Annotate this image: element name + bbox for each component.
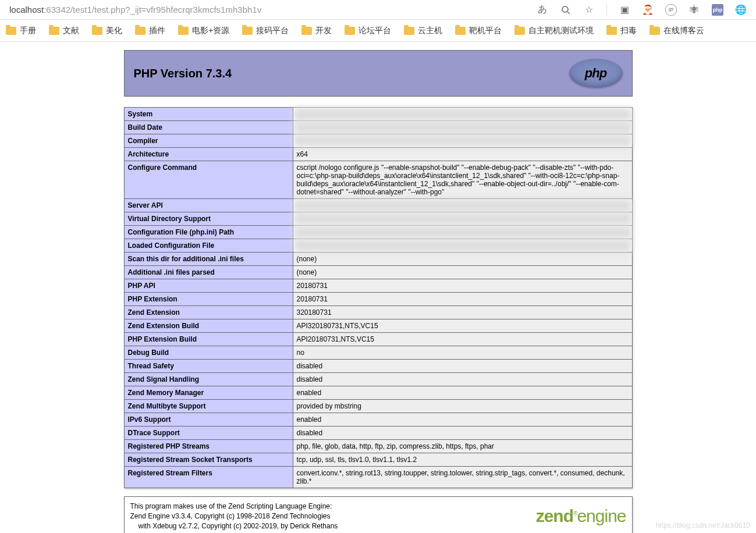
table-row: PHP API20180731 <box>124 279 632 293</box>
php-icon[interactable]: php <box>712 4 723 16</box>
address-row: localhost:63342/test1/test.php?_ijt=vfr9… <box>0 0 756 20</box>
info-value: disabled <box>293 360 632 373</box>
table-row: DTrace Supportdisabled <box>124 427 632 440</box>
info-key: Registered PHP Streams <box>124 440 293 453</box>
php-logo[interactable]: php <box>569 59 623 88</box>
info-key: Configuration File (php.ini) Path <box>124 226 293 239</box>
zend-logo[interactable]: zend®engine <box>536 506 626 526</box>
table-row: Thread Safetydisabled <box>124 360 632 373</box>
info-value: redacted content redacted content <box>293 199 632 212</box>
bookmark-item[interactable]: 扫毒 <box>606 26 637 36</box>
zend-line1: This program makes use of the Zend Scrip… <box>130 502 332 510</box>
info-key: IPv6 Support <box>124 413 293 427</box>
table-row: Scan this dir for additional .ini files(… <box>124 253 632 266</box>
folder-icon <box>455 27 466 35</box>
info-key: Build Date <box>124 121 293 134</box>
watermark: https://blog.csdn.net/Jack0610 <box>656 521 750 530</box>
url-path: :63342/test1/test.php?_ijt=vfr95hfecrqr3… <box>44 5 261 15</box>
info-value: x64 <box>293 148 632 161</box>
table-row: PHP Extension BuildAPI20180731,NTS,VC15 <box>124 333 632 346</box>
info-value: 20180731 <box>293 279 632 293</box>
globe-icon[interactable]: 🌐 <box>735 4 747 16</box>
url-host: localhost <box>9 5 44 15</box>
info-key: Loaded Configuration File <box>124 239 293 253</box>
info-value: redacted content redacted content <box>293 212 632 226</box>
bookmark-label: 扫毒 <box>620 26 637 36</box>
table-row: Additional .ini files parsed(none) <box>124 266 632 279</box>
info-key: Registered Stream Socket Transports <box>124 453 293 467</box>
info-value: tcp, udp, ssl, tls, tlsv1.0, tlsv1.1, tl… <box>293 453 632 467</box>
search-icon[interactable] <box>560 4 572 16</box>
info-key: Zend Memory Manager <box>124 386 293 400</box>
table-row: Build Dateredacted content redacted cont… <box>124 121 632 134</box>
table-row: Zend Extension320180731 <box>124 306 632 319</box>
bookmark-item[interactable]: 论坛平台 <box>345 26 391 36</box>
ip-icon[interactable]: IP <box>665 4 677 16</box>
info-value: redacted content redacted content <box>293 121 632 134</box>
bookmark-label: 云主机 <box>418 26 442 36</box>
table-row: Configure Commandcscript /nologo configu… <box>124 161 632 199</box>
table-row: Registered Stream Filtersconvert.iconv.*… <box>124 467 632 488</box>
table-row: Architecturex64 <box>124 148 632 161</box>
bookmark-item[interactable]: 文献 <box>49 26 79 36</box>
info-value: redacted content redacted content <box>293 108 632 121</box>
table-row: Virtual Directory Supportredacted conten… <box>124 212 632 226</box>
phpinfo-header: PHP Version 7.3.4 php <box>124 50 633 97</box>
bookmark-label: 在线博客云 <box>663 26 704 36</box>
info-key: Server API <box>124 199 293 212</box>
folder-icon <box>242 27 253 35</box>
address-bar[interactable]: localhost:63342/test1/test.php?_ijt=vfr9… <box>5 2 537 17</box>
info-key: DTrace Support <box>124 427 293 440</box>
star-icon[interactable]: ☆ <box>583 4 595 16</box>
folder-icon <box>345 27 355 35</box>
folder-icon <box>92 27 102 35</box>
table-row: Systemredacted content redacted content <box>124 108 632 121</box>
table-row: Registered Stream Socket Transportstcp, … <box>124 453 632 467</box>
spider-icon[interactable]: 🕷 <box>688 4 700 16</box>
info-value: enabled <box>293 386 632 400</box>
info-value: convert.iconv.*, string.rot13, string.to… <box>293 467 632 488</box>
separator <box>606 4 607 16</box>
table-row: IPv6 Supportenabled <box>124 413 632 427</box>
table-row: Zend Signal Handlingdisabled <box>124 373 632 386</box>
bookmark-item[interactable]: 靶机平台 <box>455 26 502 36</box>
folder-icon <box>514 27 525 35</box>
bookmark-item[interactable]: 接码平台 <box>242 26 289 36</box>
bookmark-item[interactable]: 在线博客云 <box>649 26 704 36</box>
folder-icon <box>404 27 414 35</box>
zend-line3: with Xdebug v2.7.2, Copyright (c) 2002-2… <box>130 521 338 531</box>
table-row: PHP Extension20180731 <box>124 293 632 306</box>
info-value: redacted content redacted content <box>293 226 632 239</box>
info-value: disabled <box>293 373 632 386</box>
translate-icon[interactable]: あ <box>537 4 548 16</box>
bookmark-item[interactable]: 插件 <box>135 26 165 36</box>
extension-icon-1[interactable]: ▣ <box>619 4 630 16</box>
bookmark-item[interactable]: 手册 <box>6 26 36 36</box>
bookmark-label: 靶机平台 <box>469 26 502 36</box>
info-value: 20180731 <box>293 293 632 306</box>
info-value: (none) <box>293 266 632 279</box>
info-key: Virtual Directory Support <box>124 212 293 226</box>
bookmark-label: 接码平台 <box>256 26 289 36</box>
bookmark-item[interactable]: 自主靶机测试环境 <box>514 26 594 36</box>
info-key: Compiler <box>124 134 293 148</box>
info-key: System <box>124 108 293 121</box>
info-key: Zend Signal Handling <box>124 373 293 386</box>
folder-icon <box>6 27 16 35</box>
phpinfo-table: Systemredacted content redacted contentB… <box>124 107 633 488</box>
info-value: disabled <box>293 427 632 440</box>
info-value: no <box>293 346 632 360</box>
extension-icon-2[interactable]: 🎅 <box>642 4 654 16</box>
bookmark-label: 自主靶机测试环境 <box>528 26 594 36</box>
folder-icon <box>606 27 617 35</box>
info-key: Zend Multibyte Support <box>124 400 293 413</box>
info-key: Scan this dir for additional .ini files <box>124 253 293 266</box>
bookmark-item[interactable]: 电影+资源 <box>178 26 229 36</box>
folder-icon <box>178 27 189 35</box>
info-value: (none) <box>293 253 632 266</box>
bookmark-item[interactable]: 开发 <box>301 26 332 36</box>
browser-chrome: localhost:63342/test1/test.php?_ijt=vfr9… <box>0 0 756 42</box>
bookmark-label: 电影+资源 <box>192 26 229 36</box>
bookmark-item[interactable]: 云主机 <box>404 26 442 36</box>
bookmark-item[interactable]: 美化 <box>92 26 122 36</box>
